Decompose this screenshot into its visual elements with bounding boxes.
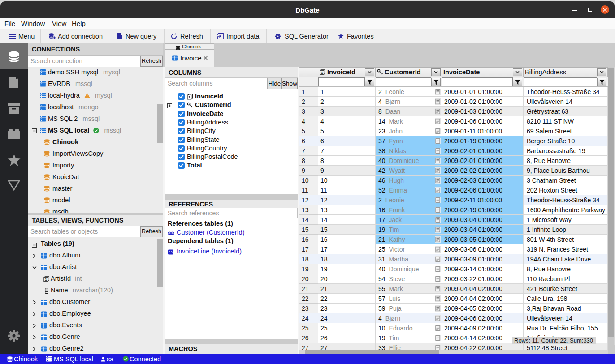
svg-text:1: 1	[188, 95, 190, 99]
svg-text:1: 1	[321, 71, 323, 75]
svg-text:1: 1	[45, 278, 47, 282]
